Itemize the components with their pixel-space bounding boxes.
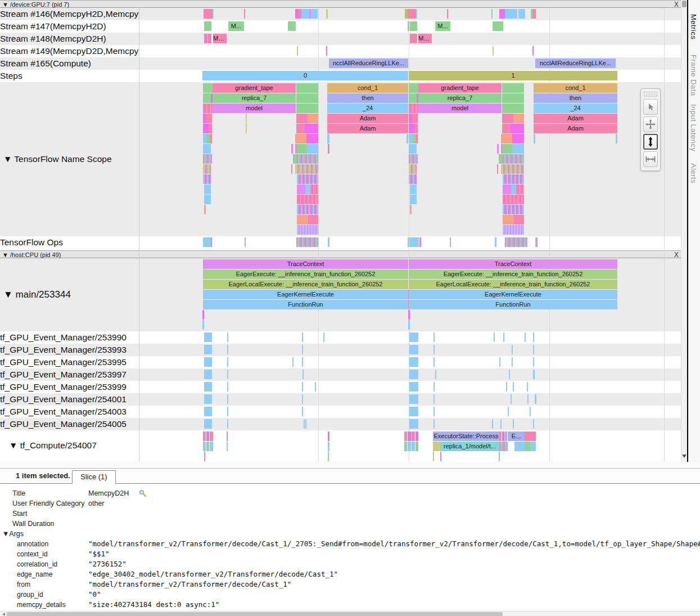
trace-event-bar[interactable]: [328, 452, 329, 461]
trace-event-bar[interactable]: [310, 185, 318, 194]
trace-event-bar[interactable]: [409, 357, 418, 367]
trace-event-bar[interactable]: [204, 345, 212, 354]
trace-event-bar[interactable]: [409, 83, 418, 93]
trace-event-bar[interactable]: [433, 382, 435, 392]
trace-event-bar[interactable]: [408, 237, 409, 247]
trace-event-bar[interactable]: [409, 174, 417, 184]
trace-event-bar[interactable]: gradient_tape: [418, 83, 502, 93]
trace-event-bar[interactable]: _24: [534, 104, 617, 113]
trace-event-bar[interactable]: [512, 144, 524, 154]
trace-event-bar[interactable]: [433, 452, 434, 461]
trace-event-bar[interactable]: [535, 394, 536, 404]
trace-event-bar[interactable]: [302, 357, 303, 367]
trace-event-bar[interactable]: [203, 442, 206, 451]
trace-event-bar[interactable]: [409, 419, 418, 429]
trace-event-bar[interactable]: [416, 431, 418, 441]
trace-event-bar[interactable]: [227, 442, 228, 451]
trace-event-bar[interactable]: [512, 134, 524, 143]
trace-event-bar[interactable]: [227, 345, 228, 354]
trace-event-bar[interactable]: E...: [508, 431, 525, 441]
trace-event-bar[interactable]: [433, 442, 440, 451]
trace-event-bar[interactable]: [203, 237, 211, 247]
trace-event-bar[interactable]: [503, 185, 511, 194]
trace-event-bar[interactable]: [297, 174, 318, 184]
track-label[interactable]: ▼ tf_Compute/254007: [0, 430, 148, 461]
vertical-scroll-thumb[interactable]: [682, 1, 687, 7]
trace-area[interactable]: ▼ /device:GPU:7 (pid 7) X Stream #146(Me…: [0, 0, 681, 462]
trace-event-bar[interactable]: [408, 310, 410, 320]
trace-event-bar[interactable]: [514, 215, 524, 224]
trace-event-bar[interactable]: [536, 237, 538, 247]
trace-event-bar[interactable]: cond_1: [534, 83, 617, 93]
trace-event-bar[interactable]: [412, 114, 418, 123]
trace-event-bar[interactable]: [412, 442, 415, 451]
trace-event-bar[interactable]: [203, 144, 211, 154]
trace-event-bar[interactable]: [292, 357, 293, 367]
trace-event-bar[interactable]: [204, 34, 211, 43]
trace-event-bar[interactable]: [203, 83, 213, 93]
trace-event-bar[interactable]: [410, 21, 417, 31]
trace-event-bar[interactable]: [497, 144, 499, 154]
trace-event-bar[interactable]: [533, 370, 535, 379]
trace-event-bar[interactable]: [408, 431, 411, 441]
trace-event-bar[interactable]: [291, 144, 293, 154]
trace-event-bar[interactable]: [503, 144, 512, 154]
trace-event-bar[interactable]: [533, 332, 534, 342]
trace-event-bar[interactable]: [328, 144, 329, 154]
trace-event-bar[interactable]: [204, 205, 206, 214]
trace-event-bar[interactable]: [499, 442, 508, 451]
trace-event-bar[interactable]: [204, 407, 212, 416]
trace-event-bar[interactable]: [295, 164, 318, 174]
trace-event-bar[interactable]: [297, 46, 298, 56]
host-close-button[interactable]: X: [672, 251, 680, 259]
trace-event-bar[interactable]: [315, 382, 316, 392]
trace-event-bar[interactable]: Adam: [327, 124, 408, 133]
trace-event-bar[interactable]: [202, 320, 204, 330]
trace-event-bar[interactable]: [511, 394, 512, 404]
trace-event-bar[interactable]: [450, 237, 451, 247]
trace-event-bar[interactable]: [409, 382, 418, 392]
trace-event-bar[interactable]: [532, 9, 536, 19]
trace-event-bar[interactable]: [532, 46, 534, 56]
trace-event-bar[interactable]: [440, 452, 441, 461]
trace-event-bar[interactable]: [227, 332, 228, 342]
trace-event-bar[interactable]: [491, 9, 493, 19]
trace-event-bar[interactable]: TraceContext: [203, 259, 408, 269]
trace-event-bar[interactable]: [306, 144, 318, 154]
trace-event-bar[interactable]: [246, 124, 247, 133]
trace-event-bar[interactable]: [533, 345, 534, 354]
trace-event-bar[interactable]: Mem: [213, 34, 227, 43]
trace-event-bar[interactable]: 1: [409, 71, 617, 80]
details-horizontal-scrollbar[interactable]: [0, 611, 700, 616]
trace-event-bar[interactable]: [530, 442, 536, 451]
trace-event-bar[interactable]: [210, 134, 212, 143]
trace-event-bar[interactable]: [410, 205, 412, 214]
trace-event-bar[interactable]: [323, 332, 324, 342]
trace-event-bar[interactable]: [518, 9, 525, 19]
trace-event-bar[interactable]: [296, 93, 318, 103]
trace-event-bar[interactable]: [203, 93, 211, 103]
trace-event-bar[interactable]: [404, 431, 407, 441]
trace-event-bar[interactable]: [404, 442, 407, 451]
trace-event-bar[interactable]: [508, 407, 509, 416]
trace-event-bar[interactable]: [227, 382, 228, 392]
tab-metrics[interactable]: Metrics: [689, 14, 698, 39]
trace-event-bar[interactable]: [293, 154, 297, 164]
trace-event-bar[interactable]: [513, 114, 524, 123]
trace-event-bar[interactable]: [502, 83, 524, 93]
trace-event-bar[interactable]: cond_1: [327, 83, 408, 93]
trace-event-bar[interactable]: [503, 332, 504, 342]
trace-event-bar[interactable]: [204, 370, 212, 379]
trace-event-bar[interactable]: [227, 407, 228, 416]
scroll-down-button[interactable]: [681, 452, 687, 460]
trace-event-bar[interactable]: [210, 442, 213, 451]
trace-event-bar[interactable]: [206, 442, 209, 451]
trace-event-bar[interactable]: [227, 370, 228, 379]
trace-event-bar[interactable]: [302, 370, 304, 379]
trace-event-bar[interactable]: [328, 431, 329, 441]
trace-event-bar[interactable]: [203, 124, 209, 133]
trace-event-bar[interactable]: [301, 9, 309, 19]
trace-event-bar[interactable]: [296, 83, 318, 93]
trace-event-bar[interactable]: [527, 394, 529, 404]
trace-event-bar[interactable]: [500, 419, 502, 429]
